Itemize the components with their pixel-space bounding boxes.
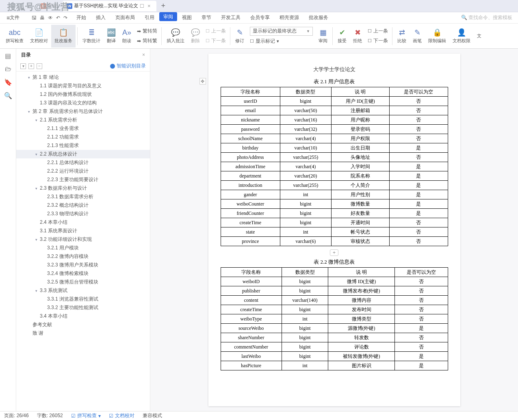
tab-home[interactable]: D 稻壳 — [37, 1, 62, 11]
close-icon[interactable]: × — [142, 52, 145, 58]
restrict-edit-button[interactable]: 🔒限制编辑 — [425, 25, 449, 48]
close-icon[interactable]: × — [146, 3, 152, 9]
outline-item[interactable]: 2.2.2 运行环境设计 — [16, 167, 150, 175]
prev-comment-button[interactable]: ☐ 上一条 — [206, 27, 226, 35]
tab-menu-icon[interactable]: ☐ — [140, 3, 144, 9]
outline-item[interactable]: 2.2.1 总体结构设计 — [16, 158, 150, 167]
doc-permission-button[interactable]: 👤文档权限 — [449, 25, 474, 48]
outline-item[interactable]: 3.2.4 微博检索模块 — [16, 269, 150, 278]
outline-item[interactable]: 1.1 课题的背景与目的及意义 — [16, 82, 150, 90]
review-pane-button[interactable]: ▦审阅 — [315, 25, 331, 48]
drag-handle-icon[interactable]: ✥ — [199, 78, 206, 84]
spell-status[interactable]: ☑ 拼写检查 ▾ — [71, 412, 101, 419]
outline-item[interactable]: 2.2.3 主要功能简要设计 — [16, 175, 150, 184]
outline-item[interactable]: ▾3.2 功能详细设计和实现 — [16, 235, 150, 244]
more-button[interactable]: 文 — [474, 25, 485, 48]
insert-comment-button[interactable]: 💬插入批注 — [163, 25, 188, 48]
chevron-down-icon[interactable]: ▾ — [34, 152, 38, 156]
proof-status[interactable]: ☑ 文档校对 — [109, 412, 134, 419]
new-tab-button[interactable]: + — [157, 2, 170, 10]
chevron-down-icon[interactable]: ▾ — [34, 238, 38, 242]
outline-item[interactable]: 2.3.2 概念结构设计 — [16, 201, 150, 210]
outline-item[interactable]: 致 谢 — [16, 329, 150, 338]
search-icon[interactable]: 🔍 — [4, 92, 12, 100]
menu-批改服务[interactable]: 批改服务 — [304, 12, 333, 23]
outline-item[interactable]: 3.1 系统界面设计 — [16, 227, 150, 235]
proofread-button[interactable]: 📄文档校对 — [27, 25, 51, 48]
outline-item[interactable]: ▾2.1 系统需求分析 — [16, 116, 150, 124]
outline-item[interactable]: 1.2 国内外微博系统现状 — [16, 90, 150, 99]
read-aloud-button[interactable]: A»朗读 — [119, 25, 134, 48]
word-count[interactable]: 字数: 26052 — [37, 412, 63, 419]
outline-item[interactable]: 参考文献 — [16, 320, 150, 329]
outline-item[interactable]: 2.4 本章小结 — [16, 218, 150, 227]
outline-item[interactable]: 2.3.3 物理结构设计 — [16, 210, 150, 218]
menu-会员专享[interactable]: 会员专享 — [245, 12, 275, 23]
chevron-down-icon[interactable]: ▾ — [27, 76, 31, 80]
menu-开发工具[interactable]: 开发工具 — [216, 12, 245, 23]
command-search[interactable]: 🔍 查找命令、搜索模板 — [457, 14, 516, 21]
menu-file[interactable]: ≡ 文件 — [2, 12, 24, 23]
chevron-down-icon[interactable]: ▾ — [34, 186, 38, 191]
menu-章节[interactable]: 章节 — [197, 12, 216, 23]
bookmark-icon[interactable]: 🔖 — [4, 78, 12, 86]
ink-button[interactable]: ✎画笔 — [410, 25, 425, 48]
document-canvas[interactable]: ✥ 大学学士学位论文 表 2.1 用户信息表 字段名称数据类型说 明是否可以为空… — [150, 49, 518, 411]
next-comment-button[interactable]: ☐ 下一条 — [206, 37, 226, 45]
outline-item[interactable]: ▾2.2 系统总体设计 — [16, 150, 150, 158]
grading-button[interactable]: 📋批改服务 — [51, 25, 76, 48]
print-icon[interactable]: 🖶 — [40, 15, 45, 21]
reject-button[interactable]: ✖拒绝 — [350, 25, 365, 48]
outline-item[interactable]: 3.3.1 浏览器兼容性测试 — [16, 295, 150, 303]
smart-detect-button[interactable]: 智能识别目录 — [110, 63, 146, 69]
undo-icon[interactable]: ↶ — [56, 15, 60, 21]
page-indicator[interactable]: 页面: 26/46 — [4, 412, 29, 419]
track-changes-button[interactable]: ✎修订 — [232, 25, 247, 48]
wordcount-button[interactable]: ≣字数统计 — [79, 25, 104, 48]
outline-item[interactable]: ▾2.3 数据库分析与设计 — [16, 184, 150, 193]
outline-item[interactable]: 3.2.1 用户模块 — [16, 244, 150, 252]
compare-button[interactable]: ⇄比较 — [394, 25, 410, 48]
menu-插入[interactable]: 插入 — [91, 12, 111, 23]
outline-item[interactable]: 3.2.2 微博内容模块 — [16, 252, 150, 261]
trad-to-simp-button[interactable]: ➡繁转简 — [137, 27, 157, 35]
compat-mode[interactable]: 兼容模式 — [143, 412, 162, 419]
menu-视图[interactable]: 视图 — [177, 12, 197, 23]
outline-item[interactable]: ▾3.3 系统测试 — [16, 286, 150, 295]
outline-item[interactable]: 2.3.1 数据库需求分析 — [16, 193, 150, 201]
expand-button[interactable]: + — [28, 63, 34, 69]
display-mode-combo[interactable]: 显示标记的最终状态▼ — [250, 27, 313, 36]
menu-审阅[interactable]: 审阅 — [159, 12, 177, 21]
outline-item[interactable]: 2.1.2 功能需求 — [16, 133, 150, 141]
outline-item[interactable]: 1.3 课题内容及论文的结构 — [16, 99, 150, 107]
outline-item[interactable]: 3.2.3 微博用户关系模块 — [16, 261, 150, 269]
menu-页面布局[interactable]: 页面布局 — [111, 12, 140, 23]
menu-引用[interactable]: 引用 — [140, 12, 159, 23]
chevron-down-icon[interactable]: ▾ — [27, 110, 31, 114]
prev-change-button[interactable]: ☐ 上一条 — [368, 27, 388, 35]
delete-comment-button[interactable]: 💬删除 — [188, 25, 203, 48]
tab-document[interactable]: W 基于SSH的校...实现 毕业论文 ☐ × — [63, 1, 156, 11]
next-change-button[interactable]: ☐ 下一条 — [368, 37, 388, 45]
outline-item[interactable]: ▾第 1 章 绪论 — [16, 73, 150, 82]
chevron-down-icon[interactable]: ▾ — [34, 118, 38, 122]
show-markup-button[interactable]: ☐ 显示标记 ▾ — [250, 37, 313, 45]
accept-button[interactable]: ✔接受 — [334, 25, 350, 48]
outline-item[interactable]: 2.1.3 性能需求 — [16, 141, 150, 150]
translate-button[interactable]: 🔤翻译 — [104, 25, 119, 48]
outline-item[interactable]: 3.4 本章小结 — [16, 312, 150, 320]
insert-row-button[interactable]: + — [330, 249, 338, 256]
thumbnails-icon[interactable]: ▤ — [5, 52, 11, 60]
spell-check-button[interactable]: abc拼写检查 — [2, 25, 27, 48]
outline-item[interactable]: ▾第 2 章 系统需求分析与总体设计 — [16, 107, 150, 116]
outline-item[interactable]: 3.2.5 微博后台管理模块 — [16, 278, 150, 286]
collapse-button[interactable]: − — [37, 63, 42, 69]
save-icon[interactable]: 🖫 — [32, 15, 37, 21]
preview-icon[interactable]: 👁 — [48, 15, 53, 21]
outline-item[interactable]: 3.3.2 主要功能性能测试 — [16, 303, 150, 312]
menu-稻壳资源[interactable]: 稻壳资源 — [275, 12, 304, 23]
chevron-down-icon[interactable]: ▾ — [34, 289, 38, 293]
collapse-all-button[interactable]: ▾ — [20, 63, 26, 69]
simp-to-trad-button[interactable]: ➡简转繁 — [137, 37, 157, 45]
redo-icon[interactable]: ↷ — [63, 15, 67, 21]
